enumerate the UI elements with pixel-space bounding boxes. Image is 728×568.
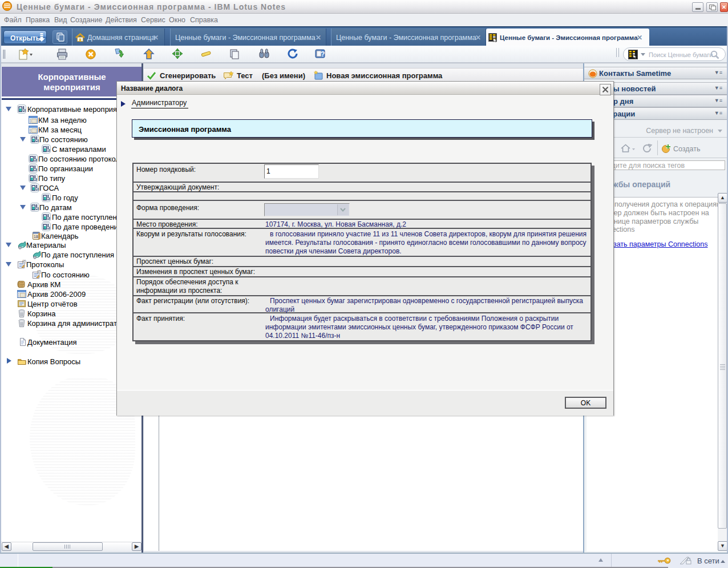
svg-text:?: ?: [321, 50, 325, 58]
